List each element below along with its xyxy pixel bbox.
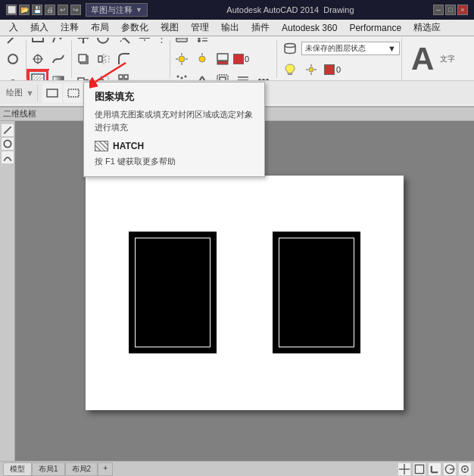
mirror-button[interactable] bbox=[94, 49, 114, 69]
tooltip-hatch-row: HATCH bbox=[95, 141, 254, 151]
sub-rect-button[interactable] bbox=[42, 83, 62, 103]
workspace-selector[interactable]: 草图与注释 ▼ bbox=[86, 3, 148, 17]
title-bar: ⬜ 📂 💾 🖨 ↩ ↪ 草图与注释 ▼ Autodesk AutoCAD 201… bbox=[0, 0, 474, 20]
snap-button[interactable] bbox=[413, 463, 426, 475]
fillet-button[interactable] bbox=[114, 49, 134, 69]
sidebar-tool2[interactable] bbox=[2, 138, 14, 150]
svg-rect-23 bbox=[105, 56, 109, 62]
sidebar-tool3[interactable] bbox=[2, 151, 14, 163]
layer-icon[interactable] bbox=[280, 39, 300, 58]
svg-rect-76 bbox=[47, 89, 58, 97]
open-icon[interactable]: 📂 bbox=[19, 5, 30, 15]
polar-button[interactable] bbox=[444, 463, 456, 475]
gradient-button[interactable] bbox=[48, 70, 68, 80]
sun-icon2[interactable] bbox=[301, 60, 321, 79]
svg-rect-77 bbox=[68, 89, 79, 97]
sun2-button[interactable] bbox=[192, 49, 212, 69]
copy-button[interactable] bbox=[73, 49, 93, 69]
model-tab[interactable]: 模型 bbox=[3, 462, 32, 476]
menu-featured[interactable]: 精选应 bbox=[407, 20, 447, 36]
line-button[interactable] bbox=[3, 38, 23, 48]
new-icon[interactable]: ⬜ bbox=[6, 5, 17, 15]
text-style-section: A 文字 bbox=[404, 43, 460, 75]
menu-bar: 入 插入 注释 布局 参数化 视图 管理 输出 插件 Autodesk 360 … bbox=[0, 20, 474, 36]
array-button[interactable] bbox=[114, 70, 134, 80]
ortho-button[interactable] bbox=[429, 463, 441, 475]
layer-color-box[interactable] bbox=[324, 64, 335, 75]
menu-annotate[interactable]: 注释 bbox=[55, 20, 85, 36]
svg-point-37 bbox=[198, 38, 201, 39]
maximize-button[interactable]: □ bbox=[445, 5, 456, 15]
svg-rect-30 bbox=[124, 75, 128, 79]
print-icon[interactable]: 🖨 bbox=[45, 5, 55, 15]
spline-button[interactable] bbox=[48, 49, 68, 69]
sidebar-tool1[interactable] bbox=[2, 124, 14, 136]
layer-dropdown[interactable]: 未保存的图层状态 ▼ bbox=[301, 42, 400, 55]
sun1-button[interactable] bbox=[172, 49, 192, 69]
left-rectangle bbox=[127, 230, 218, 355]
undo-icon[interactable]: ↩ bbox=[58, 5, 68, 15]
scale-button[interactable] bbox=[94, 70, 114, 80]
erase-button[interactable] bbox=[172, 38, 192, 48]
move-button[interactable] bbox=[73, 38, 93, 48]
svg-rect-90 bbox=[415, 465, 423, 473]
workspace-dropdown-icon: ▼ bbox=[136, 6, 142, 14]
layout1-tab[interactable]: 布局1 bbox=[32, 462, 65, 476]
osnap-button[interactable] bbox=[459, 463, 471, 475]
menu-parametric[interactable]: 参数化 bbox=[115, 20, 154, 36]
trim-button[interactable] bbox=[114, 38, 134, 48]
menu-insert[interactable]: 插入 bbox=[24, 20, 55, 36]
light-bulb-icon[interactable] bbox=[280, 60, 300, 79]
expand-view-button[interactable] bbox=[28, 49, 48, 69]
polyline-button[interactable] bbox=[48, 38, 68, 48]
arc-button[interactable] bbox=[3, 70, 23, 80]
layer-dropdown-arrow: ▼ bbox=[388, 44, 396, 53]
svg-point-47 bbox=[199, 56, 205, 62]
tooltip-description: 使用填充图案或填充对封闭区域或选定对象进行填充 bbox=[95, 108, 254, 133]
menu-layout[interactable]: 布局 bbox=[85, 20, 115, 36]
menu-plugin[interactable]: 插件 bbox=[245, 20, 276, 36]
menu-manage[interactable]: 管理 bbox=[185, 20, 215, 36]
menu-performance[interactable]: Performance bbox=[343, 21, 407, 35]
menu-output[interactable]: 输出 bbox=[215, 20, 245, 36]
trim2-button[interactable] bbox=[135, 38, 154, 48]
erase-group: 0 bbox=[172, 40, 277, 78]
zero-label: 0 bbox=[233, 49, 249, 69]
rotate-button[interactable] bbox=[94, 38, 114, 48]
svg-point-66 bbox=[262, 79, 265, 80]
title-bar-left: ⬜ 📂 💾 🖨 ↩ ↪ 草图与注释 ▼ bbox=[6, 3, 148, 17]
minimize-button[interactable]: ─ bbox=[433, 5, 444, 15]
menu-entry[interactable]: 入 bbox=[3, 20, 24, 36]
color-fill-button[interactable] bbox=[213, 49, 232, 69]
rectangle-button[interactable] bbox=[28, 38, 48, 48]
svg-point-96 bbox=[464, 468, 466, 470]
pointcloud-button[interactable] bbox=[172, 70, 192, 80]
layer-group: 未保存的图层状态 ▼ 0 bbox=[279, 38, 402, 80]
svg-rect-27 bbox=[98, 79, 103, 80]
close-button[interactable]: × bbox=[457, 5, 468, 15]
layout2-tab[interactable]: 布局2 bbox=[65, 462, 98, 476]
group-button[interactable] bbox=[213, 70, 232, 80]
properties-button[interactable] bbox=[192, 38, 212, 48]
hatch-button[interactable] bbox=[28, 70, 48, 80]
more-button[interactable] bbox=[254, 70, 273, 80]
layer-zero-label: 0 bbox=[336, 65, 341, 74]
svg-rect-35 bbox=[176, 39, 187, 42]
color-indicator[interactable] bbox=[233, 54, 244, 64]
svg-rect-49 bbox=[217, 61, 228, 64]
svg-point-38 bbox=[198, 39, 201, 42]
add-layout-button[interactable]: + bbox=[98, 462, 113, 476]
svg-rect-2 bbox=[33, 38, 43, 42]
svg-point-67 bbox=[266, 79, 269, 80]
sub-select-button[interactable] bbox=[64, 83, 83, 103]
save-icon[interactable]: 💾 bbox=[32, 5, 42, 15]
menu-autodesk360[interactable]: Autodesk 360 bbox=[276, 21, 343, 35]
multiline-button[interactable] bbox=[233, 70, 253, 80]
stretch-button[interactable] bbox=[73, 70, 93, 80]
menu-view[interactable]: 视图 bbox=[154, 20, 185, 36]
redo-icon[interactable]: ↪ bbox=[70, 5, 81, 15]
circle-button[interactable] bbox=[3, 49, 23, 69]
draw-dropdown-icon[interactable]: ▼ bbox=[26, 89, 34, 98]
grid-button[interactable] bbox=[398, 463, 410, 475]
annotate-button[interactable] bbox=[192, 70, 212, 80]
